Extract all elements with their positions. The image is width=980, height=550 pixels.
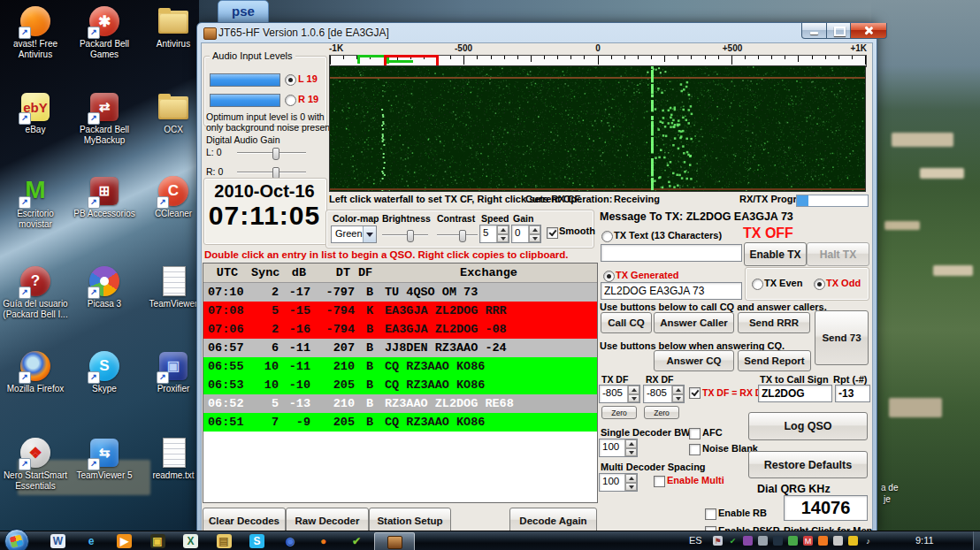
decode-row[interactable]: 06:517-9205BCQ RZ3AAO KO86 [203,413,597,432]
send-rrr-button[interactable]: Send RRR [738,312,810,333]
title-bar[interactable]: JT65-HF Version 1.0.6 [de EA3GJA] [197,23,877,42]
taskbar-active-jt65[interactable] [374,532,415,550]
noise-blank-checkbox[interactable] [689,444,701,455]
desktop-icon-pb-accessorios[interactable]: ⊞↗PB Accessorios [71,175,138,219]
gain-right-slider[interactable] [237,172,306,173]
desktop-icon-teamviewer-5[interactable]: ⇆↗TeamViewer 5 [71,437,138,481]
tx-even-radio[interactable] [752,279,763,290]
single-decoder-bw-spinner[interactable]: 100 [599,439,638,457]
tx-generated-input[interactable] [601,282,742,300]
tray-icon-purple-app[interactable] [743,536,753,546]
desktop-icon-guia-del-usuario[interactable]: ?↗Guía del usuario (Packard Bell I... [2,265,69,320]
tx-call-input[interactable] [758,385,832,402]
df-link-checkbox[interactable] [689,387,701,399]
brightness-slider[interactable] [382,234,428,236]
contrast-slider[interactable] [437,234,478,236]
tray-icon-volume[interactable]: ♪ [863,536,873,546]
decode-row[interactable]: 06:576-11207BJJ8DEN RZ3AAO -24 [203,339,597,357]
background-window-tab[interactable]: pse [218,0,269,25]
taskbar-icon-nero-scout[interactable]: ✔ [349,534,364,548]
contrast-slider-thumb[interactable] [459,230,466,242]
rpt-input[interactable] [835,385,870,402]
multi-decoder-spinner[interactable]: 100 [599,473,638,492]
send-report-button[interactable]: Send Report [738,350,811,371]
desktop-icon-ebay[interactable]: ebY↗eBay [2,91,69,135]
tray-icon-updates[interactable] [848,536,858,546]
decode-row[interactable]: 07:085-15-794KEA3GJA ZL2DOG RRR [203,302,597,320]
tray-icon-green-app[interactable] [788,536,798,546]
desktop-icon-skype[interactable]: S↗Skype [71,350,138,394]
maximize-button[interactable] [826,23,852,39]
tray-icon-power-plug[interactable] [833,536,843,546]
spin-up-icon[interactable] [625,474,637,483]
decode-again-button[interactable]: Decode Again [509,508,597,533]
decode-table[interactable]: UTC Sync dB DT DF Exchange 07:102-17-797… [203,263,598,503]
brightness-slider-thumb[interactable] [407,230,414,242]
minimize-button[interactable] [801,23,828,39]
left-channel-radio[interactable] [285,74,296,86]
desktop-icon-nero-startsmart[interactable]: ❖↗Nero StartSmart Essentials [2,437,69,492]
taskbar-icon-skype-task[interactable]: S [249,534,264,548]
desktop-icon-mozilla-firefox[interactable]: ↗Mozilla Firefox [2,350,69,394]
spin-down-icon[interactable] [625,483,637,492]
restore-defaults-button[interactable]: Restore Defaults [748,451,868,478]
desktop-icon-packard-bell-games[interactable]: ✱↗Packard Bell Games [71,5,138,60]
colormap-dropdown[interactable]: Green [331,225,377,243]
tx-odd-radio[interactable] [814,279,825,290]
decode-row[interactable]: 07:062-16-794BEA3GJA ZL2DOG -08 [203,320,597,339]
decode-row[interactable]: 07:102-17-797BTU 4QSO OM 73 [203,283,597,302]
call-cq-button[interactable]: Call CQ [601,312,652,333]
spin-up-icon[interactable] [628,386,639,394]
desktop-icon-picasa-3[interactable]: ↗Picasa 3 [71,265,138,309]
halt-tx-button[interactable]: Halt TX [807,242,869,266]
show-desktop-button[interactable] [973,531,980,550]
taskbar-icon-photo-viewer[interactable]: ▣ [150,534,165,548]
tray-icon-action-center-flag[interactable]: ⚑ [713,536,723,546]
enable-rb-checkbox[interactable] [705,508,716,520]
language-indicator[interactable]: ES [689,535,702,546]
chevron-down-icon[interactable] [363,226,376,242]
spin-up-icon[interactable] [672,386,684,394]
tray-icon-display-monitor[interactable] [758,536,768,546]
log-qso-button[interactable]: Log QSO [748,412,868,440]
gain-left-slider[interactable] [237,152,306,154]
clear-decodes-button[interactable]: Clear Decodes [203,508,286,533]
zero-tx-df-button[interactable]: Zero [601,406,637,419]
decode-row[interactable]: 06:525-13210BRZ3AAO ZL2DOG RE68 [203,394,597,413]
send-73-button[interactable]: Send 73 [815,310,869,365]
rx-df-spinner[interactable]: -805 [643,385,685,403]
close-button[interactable] [850,23,887,39]
tx-text-input[interactable] [601,244,742,262]
tray-icon-dark-globe[interactable] [773,536,783,546]
answer-caller-button[interactable]: Answer Caller [654,312,734,333]
desktop-icon-packard-bell-mybackup[interactable]: ⇄↗Packard Bell MyBackup [71,91,138,146]
decode-row[interactable]: 06:5310-10205BCQ RZ3AAO KO86 [203,376,597,394]
taskbar-icon-firefox-task[interactable]: ● [316,534,331,548]
taskbar-icon-internet-explorer[interactable]: e [84,534,99,548]
tx-text-radio[interactable] [601,231,613,242]
taskbar-icon-windows-explorer[interactable]: ▤ [217,534,232,548]
tray-icon-movistar-tray[interactable]: M [803,536,813,546]
enable-multi-checkbox[interactable] [654,476,665,487]
speed-spinner[interactable]: 5 [479,225,509,243]
tray-icon-green-check[interactable]: ✔ [728,536,738,546]
taskbar-icon-word[interactable]: W [50,534,65,548]
decode-row[interactable]: 06:5510-11210BCQ RZ3AAO KO86 [203,357,597,376]
taskbar-icon-messenger[interactable]: ◉ [283,534,298,548]
spin-down-icon[interactable] [625,448,637,457]
spin-down-icon[interactable] [497,234,509,243]
dial-qrg-input[interactable] [784,495,868,521]
enable-tx-button[interactable]: Enable TX [744,242,807,266]
gain-left-slider-thumb[interactable] [272,148,279,160]
raw-decoder-button[interactable]: Raw Decoder [286,508,369,533]
smooth-checkbox[interactable] [547,227,558,239]
afc-checkbox[interactable] [689,428,701,439]
start-button[interactable] [4,529,29,550]
station-setup-button[interactable]: Station Setup [369,508,451,533]
spin-up-icon[interactable] [529,225,540,234]
tx-df-spinner[interactable]: -805 [599,385,640,403]
tray-icon-avast-tray[interactable] [818,536,828,546]
desktop-icon-escritorio-movistar[interactable]: M↗Escritorio movistar [2,175,69,230]
spin-down-icon[interactable] [529,234,540,243]
zero-rx-df-button[interactable]: Zero [644,406,679,419]
